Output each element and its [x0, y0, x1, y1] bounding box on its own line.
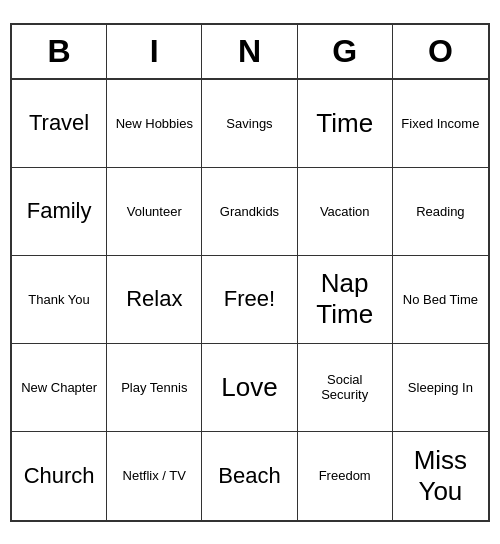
bingo-cell-16: Play Tennis	[107, 344, 202, 432]
bingo-cell-20: Church	[12, 432, 107, 520]
bingo-cell-23: Freedom	[298, 432, 393, 520]
bingo-cell-3: Time	[298, 80, 393, 168]
header-letter-b: B	[12, 25, 107, 78]
bingo-cell-1: New Hobbies	[107, 80, 202, 168]
bingo-cell-22: Beach	[202, 432, 297, 520]
bingo-cell-8: Vacation	[298, 168, 393, 256]
bingo-cell-2: Savings	[202, 80, 297, 168]
bingo-cell-5: Family	[12, 168, 107, 256]
bingo-cell-15: New Chapter	[12, 344, 107, 432]
header-letter-n: N	[202, 25, 297, 78]
bingo-grid: TravelNew HobbiesSavingsTimeFixed Income…	[12, 80, 488, 520]
bingo-header: BINGO	[12, 25, 488, 80]
bingo-cell-7: Grandkids	[202, 168, 297, 256]
header-letter-o: O	[393, 25, 488, 78]
bingo-cell-18: Social Security	[298, 344, 393, 432]
bingo-cell-13: Nap Time	[298, 256, 393, 344]
bingo-cell-14: No Bed Time	[393, 256, 488, 344]
bingo-cell-19: Sleeping In	[393, 344, 488, 432]
bingo-cell-0: Travel	[12, 80, 107, 168]
bingo-card: BINGO TravelNew HobbiesSavingsTimeFixed …	[10, 23, 490, 522]
bingo-cell-21: Netflix / TV	[107, 432, 202, 520]
header-letter-i: I	[107, 25, 202, 78]
bingo-cell-9: Reading	[393, 168, 488, 256]
bingo-cell-17: Love	[202, 344, 297, 432]
bingo-cell-6: Volunteer	[107, 168, 202, 256]
bingo-cell-11: Relax	[107, 256, 202, 344]
bingo-cell-24: Miss You	[393, 432, 488, 520]
bingo-cell-10: Thank You	[12, 256, 107, 344]
header-letter-g: G	[298, 25, 393, 78]
bingo-cell-4: Fixed Income	[393, 80, 488, 168]
bingo-cell-12: Free!	[202, 256, 297, 344]
